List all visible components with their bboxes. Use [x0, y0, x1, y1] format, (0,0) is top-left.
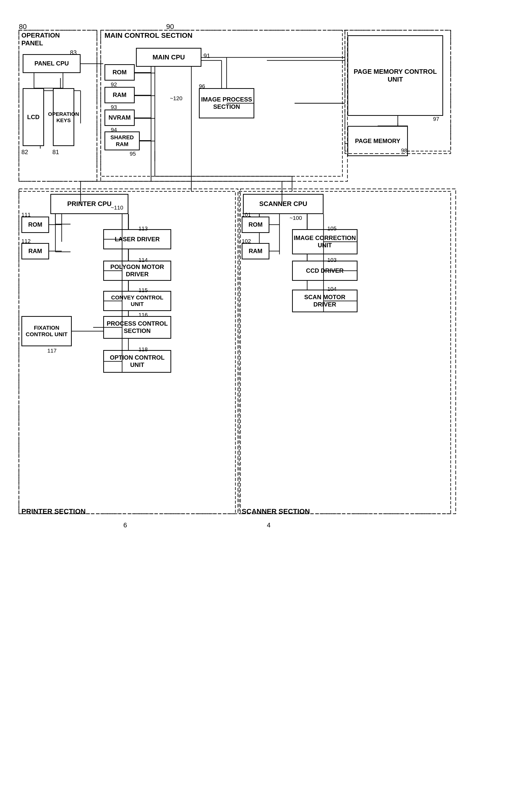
ref-116: 116	[138, 312, 148, 318]
ref-110: ~110	[111, 205, 124, 211]
ref-117: 117	[48, 347, 57, 354]
lcd-box: LCD	[23, 88, 44, 146]
ref-101: 101	[242, 211, 251, 218]
shared-ram-box: SHARED RAM	[104, 131, 140, 150]
image-correction-unit-box: IMAGE CORRECTION UNIT	[292, 229, 358, 255]
rom-main-box: ROM	[104, 64, 135, 80]
process-control-section-box: PROCESS CONTROL SECTION	[103, 316, 171, 339]
ref-104: 104	[327, 286, 337, 293]
main-cpu-box: MAIN CPU	[136, 48, 202, 67]
ram-main-box: RAM	[104, 87, 135, 103]
ref-98: 98	[401, 147, 407, 154]
ram-scanner-box: RAM	[242, 243, 269, 259]
ref-105: 105	[327, 225, 337, 232]
ref-82: 82	[21, 149, 28, 156]
ref-91: 91	[204, 52, 210, 59]
ref-102: 102	[242, 238, 251, 245]
rom-scanner-box: ROM	[242, 217, 269, 233]
page-memory-control-unit-box: PAGE MEMORY CONTROL UNIT	[347, 35, 443, 116]
main-control-section-label: MAIN CONTROL SECTION	[104, 32, 192, 40]
ref-120: ~120	[170, 95, 183, 102]
ref-83: 83	[70, 49, 77, 56]
ref-111: 111	[21, 211, 31, 218]
ref-100: ~100	[289, 215, 302, 221]
printer-cpu-box: PRINTER CPU	[50, 194, 128, 214]
ref-90: 90	[166, 23, 174, 31]
convey-control-unit-box: CONVEY CONTROL UNIT	[103, 291, 171, 311]
ref-115: 115	[138, 287, 148, 294]
ref-6: 6	[124, 521, 127, 529]
diagram-container: 80 90 OPERATION PANEL MAIN CONTROL SECTI…	[15, 15, 516, 776]
ref-95: 95	[130, 151, 136, 157]
option-control-unit-box: OPTION CONTROL UNIT	[103, 350, 171, 373]
nvram-box: NVRAM	[104, 110, 135, 126]
ref-113: 113	[138, 225, 148, 232]
scanner-cpu-box: SCANNER CPU	[243, 194, 324, 214]
ref-112: 112	[21, 238, 31, 245]
ref-103: 103	[327, 257, 337, 263]
printer-section-label: PRINTER SECTION	[21, 507, 86, 515]
page-memory-box: PAGE MEMORY	[347, 126, 408, 156]
ref-96: 96	[199, 83, 205, 90]
rom-printer-box: ROM	[21, 217, 49, 233]
operation-keys-box: OPERATION KEYS	[53, 88, 74, 146]
ref-114: 114	[138, 257, 148, 263]
ref-81: 81	[52, 149, 59, 156]
ref-4: 4	[267, 521, 270, 529]
ccd-driver-box: CCD DRIVER	[292, 261, 358, 281]
ref-97: 97	[433, 116, 439, 123]
image-process-section-box: IMAGE PROCESS SECTION	[199, 88, 254, 118]
scanner-section-label: SCANNER SECTION	[242, 507, 310, 515]
panel-cpu-box: PANEL CPU	[23, 54, 80, 73]
ref-118: 118	[138, 346, 148, 353]
laser-driver-box: LASER DRIVER	[103, 229, 171, 249]
ram-printer-box: RAM	[21, 243, 49, 259]
scan-motor-driver-box: SCAN MOTOR DRIVER	[292, 289, 358, 312]
polygon-motor-driver-box: POLYGON MOTOR DRIVER	[103, 261, 171, 281]
fixation-control-unit-box: FIXATION CONTROL UNIT	[21, 316, 72, 346]
ref-80: 80	[19, 23, 27, 31]
operation-panel-section-label: OPERATION PANEL	[21, 32, 72, 47]
